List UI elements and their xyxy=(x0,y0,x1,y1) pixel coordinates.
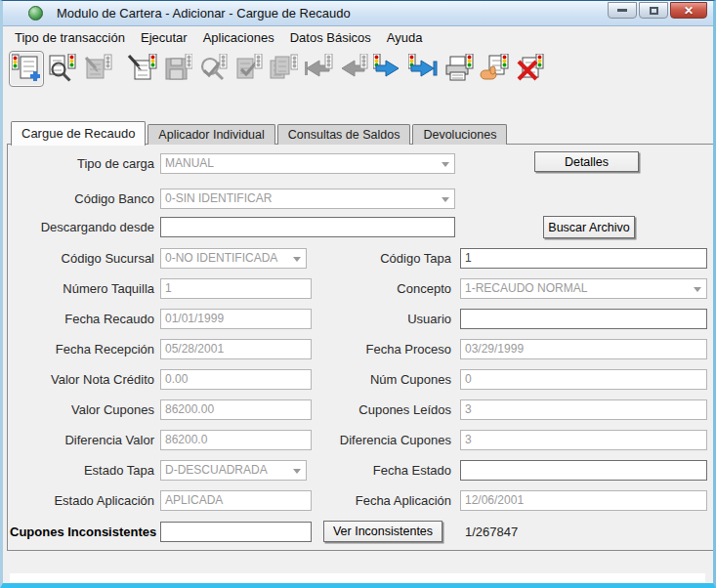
record-counter: 1/267847 xyxy=(465,525,518,539)
field-descargando-desde[interactable] xyxy=(160,217,455,237)
codigo-sucursal-label: Código Sucursal xyxy=(10,248,154,269)
usuario-label: Usuario xyxy=(315,309,451,329)
query-record-button[interactable] xyxy=(44,51,79,87)
detalles-button[interactable]: Detalles xyxy=(534,151,639,172)
first-record-button[interactable] xyxy=(300,51,335,87)
field-diferencia-cupones-value: 3 xyxy=(465,433,472,446)
close-button[interactable]: ✕ xyxy=(670,2,707,19)
copy-record-icon xyxy=(268,54,298,84)
field-usuario[interactable] xyxy=(460,309,707,329)
field-num-cupones-value: 0 xyxy=(465,372,472,386)
enter-query-button[interactable] xyxy=(124,51,159,87)
field-fecha-aplicacion[interactable]: 12/06/2001 xyxy=(460,490,707,511)
enter-query-icon xyxy=(127,54,157,84)
menu-datos-basicos[interactable]: Datos Básicos xyxy=(282,29,379,46)
descargando-desde-label: Descargando desde xyxy=(10,217,154,237)
save-button[interactable] xyxy=(159,51,194,87)
toolbar xyxy=(9,49,546,88)
menu-ejecutar[interactable]: Ejecutar xyxy=(133,29,195,46)
field-codigo-tapa-value: 1 xyxy=(465,251,472,265)
tab-bar: Cargue de Recaudo Aplicador Individual C… xyxy=(11,120,507,145)
print-button[interactable] xyxy=(441,51,476,87)
field-fecha-proceso-value: 03/29/1999 xyxy=(465,342,524,356)
field-codigo-banco-value: 0-SIN IDENTIFICAR xyxy=(165,191,272,205)
field-estado-tapa[interactable]: D-DESCUADRADA xyxy=(160,460,307,481)
field-diferencia-cupones[interactable]: 3 xyxy=(460,430,707,450)
field-numero-taquilla[interactable]: 1 xyxy=(160,278,312,299)
field-fecha-proceso[interactable]: 03/29/1999 xyxy=(460,339,707,359)
fecha-recepcion-label: Fecha Recepción xyxy=(10,339,154,359)
edit-record-button[interactable] xyxy=(79,51,114,87)
estado-tapa-label: Estado Tapa xyxy=(10,460,154,481)
menu-aplicaciones[interactable]: Aplicaciones xyxy=(195,29,282,46)
copy-record-button[interactable] xyxy=(265,51,300,87)
minimize-button[interactable] xyxy=(608,2,637,19)
previous-record-button[interactable] xyxy=(335,51,370,87)
field-num-cupones[interactable]: 0 xyxy=(460,369,707,390)
chevron-down-icon xyxy=(442,162,449,167)
app-icon xyxy=(28,6,43,21)
add-record-button[interactable] xyxy=(9,51,44,87)
field-fecha-estado[interactable] xyxy=(460,460,707,481)
field-codigo-banco[interactable]: 0-SIN IDENTIFICAR xyxy=(160,189,455,209)
previous-record-icon xyxy=(338,54,368,84)
field-estado-aplicacion-value: APLICADA xyxy=(165,493,223,507)
chevron-down-icon xyxy=(442,197,449,202)
validate-record-button[interactable] xyxy=(230,51,265,87)
menu-bar: Tipo de transacción Ejecutar Aplicacione… xyxy=(3,27,713,47)
field-valor-cupones[interactable]: 86200.00 xyxy=(160,399,312,420)
field-codigo-sucursal-value: 0-NO IDENTIFICADA xyxy=(165,251,277,265)
field-tipo-de-carga-value: MANUAL xyxy=(165,156,214,170)
field-numero-taquilla-value: 1 xyxy=(165,281,172,295)
first-record-icon xyxy=(303,54,333,84)
field-tipo-de-carga[interactable]: MANUAL xyxy=(160,153,455,174)
field-fecha-recepcion[interactable]: 05/28/2001 xyxy=(160,339,312,359)
execute-query-button[interactable] xyxy=(194,51,230,87)
cupones-leidos-label: Cupones Leídos xyxy=(315,399,451,420)
field-fecha-recaudo-value: 01/01/1999 xyxy=(165,312,224,325)
tab-consultas-de-saldos[interactable]: Consultas de Saldos xyxy=(277,124,411,145)
last-record-button[interactable] xyxy=(405,51,441,87)
maximize-button[interactable] xyxy=(639,2,668,19)
num-cupones-label: Núm Cupones xyxy=(315,369,451,390)
menu-tipo-de-transaccion[interactable]: Tipo de transacción xyxy=(7,29,133,46)
codigo-banco-label: Código Banco xyxy=(10,189,154,209)
next-record-icon xyxy=(373,54,403,84)
field-codigo-tapa[interactable]: 1 xyxy=(460,248,707,269)
field-valor-nota-credito-value: 0.00 xyxy=(165,372,188,386)
field-concepto[interactable]: 1-RECAUDO NORMAL xyxy=(460,278,707,299)
delete-record-button[interactable] xyxy=(511,51,546,87)
apply-record-button[interactable] xyxy=(476,51,511,87)
field-cupones-inconsistentes[interactable] xyxy=(160,522,312,542)
tab-devoluciones[interactable]: Devoluciones xyxy=(412,124,507,145)
field-cupones-leidos-value: 3 xyxy=(465,402,472,416)
tab-content-panel: Cupones Inconsistentes Ver Inconsistente… xyxy=(7,144,714,551)
tab-cargue-de-recaudo[interactable]: Cargue de Recaudo xyxy=(11,121,146,146)
save-icon xyxy=(162,54,192,84)
buscar-archivo-button-label: Buscar Archivo xyxy=(548,221,629,234)
window-title: Modulo de Cartera - Adicionar - Cargue d… xyxy=(57,6,351,21)
ver-inconsistentes-button[interactable]: Ver Inconsistentes xyxy=(323,521,442,542)
application-window: Modulo de Cartera - Adicionar - Cargue d… xyxy=(0,0,716,588)
field-codigo-sucursal[interactable]: 0-NO IDENTIFICADA xyxy=(160,248,307,269)
field-valor-nota-credito[interactable]: 0.00 xyxy=(160,369,312,390)
tab-aplicador-individual[interactable]: Aplicador Individual xyxy=(147,124,274,145)
cupones-inconsistentes-label: Cupones Inconsistentes xyxy=(10,522,156,542)
chevron-down-icon xyxy=(293,469,301,474)
ver-inconsistentes-label: Ver Inconsistentes xyxy=(333,525,433,538)
form-area: Cupones Inconsistentes Ver Inconsistente… xyxy=(8,145,713,550)
window-controls: ✕ xyxy=(608,2,707,19)
codigo-tapa-label: Código Tapa xyxy=(315,248,451,269)
field-diferencia-valor[interactable]: 86200.0 xyxy=(160,430,312,450)
next-record-button[interactable] xyxy=(370,51,405,87)
title-bar[interactable]: Modulo de Cartera - Adicionar - Cargue d… xyxy=(3,1,713,26)
diferencia-cupones-label: Diferencia Cupones xyxy=(315,430,451,450)
buscar-archivo-button[interactable]: Buscar Archivo xyxy=(543,216,635,238)
print-icon xyxy=(443,54,474,84)
field-fecha-recaudo[interactable]: 01/01/1999 xyxy=(160,309,312,329)
field-cupones-leidos[interactable]: 3 xyxy=(460,399,707,420)
menu-ayuda[interactable]: Ayuda xyxy=(379,29,431,46)
field-valor-cupones-value: 86200.00 xyxy=(165,402,214,416)
field-estado-aplicacion[interactable]: APLICADA xyxy=(160,490,312,511)
execute-query-icon xyxy=(197,54,228,84)
